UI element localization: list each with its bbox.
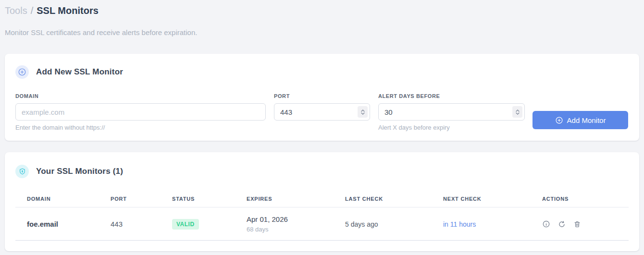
breadcrumb-separator: / xyxy=(31,5,34,16)
monitor-next-check: in 11 hours xyxy=(432,207,531,241)
monitors-list-card: Your SSL Monitors (1) DOMAIN PORT STATUS… xyxy=(5,152,639,251)
add-monitor-card: Add New SSL Monitor DOMAIN Enter the dom… xyxy=(5,54,639,141)
submit-column: Add Monitor xyxy=(533,111,629,129)
port-field-group: PORT xyxy=(274,93,370,121)
trash-icon xyxy=(573,220,581,228)
info-icon xyxy=(542,220,550,228)
add-monitor-form: DOMAIN Enter the domain without https://… xyxy=(15,93,629,132)
monitor-expires-cell: Apr 01, 2026 68 days xyxy=(235,207,334,241)
plus-circle-icon xyxy=(15,65,29,79)
alert-days-label: ALERT DAYS BEFORE xyxy=(378,93,525,99)
monitor-port: 443 xyxy=(99,207,161,241)
breadcrumb: Tools/SSL Monitors xyxy=(5,4,639,17)
page-subtitle: Monitor SSL certificates and receive ale… xyxy=(5,28,639,37)
monitors-card-header: Your SSL Monitors (1) xyxy=(15,165,629,178)
domain-helper-text: Enter the domain without https:// xyxy=(15,124,266,132)
expires-days-remaining: 68 days xyxy=(247,225,322,233)
add-monitor-title: Add New SSL Monitor xyxy=(36,67,123,77)
refresh-icon xyxy=(558,220,566,228)
expires-date: Apr 01, 2026 xyxy=(247,215,322,224)
breadcrumb-tools-link[interactable]: Tools xyxy=(5,5,27,16)
monitors-card-title: Your SSL Monitors (1) xyxy=(36,167,123,176)
alert-days-input-wrap xyxy=(378,103,525,121)
monitors-table: DOMAIN PORT STATUS EXPIRES LAST CHECK NE… xyxy=(15,190,629,241)
monitor-status-cell: VALID xyxy=(161,207,235,241)
column-header-port: PORT xyxy=(99,190,161,207)
column-header-expires: EXPIRES xyxy=(235,190,334,207)
port-stepper[interactable] xyxy=(358,106,368,118)
column-header-next-check: NEXT CHECK xyxy=(432,190,531,207)
domain-input-wrap xyxy=(15,103,266,121)
page-title: SSL Monitors xyxy=(37,5,99,16)
chevron-up-icon xyxy=(361,109,365,112)
status-badge: VALID xyxy=(172,219,199,230)
port-input-wrap xyxy=(274,103,370,121)
domain-label: DOMAIN xyxy=(15,93,266,99)
add-monitor-button-label: Add Monitor xyxy=(567,116,606,124)
row-actions xyxy=(542,220,617,228)
add-monitor-button[interactable]: Add Monitor xyxy=(533,111,628,129)
shield-lock-icon xyxy=(15,165,29,178)
alert-days-input[interactable] xyxy=(378,103,525,121)
table-row: foe.email 443 VALID Apr 01, 2026 68 days… xyxy=(15,207,629,241)
alert-days-helper-text: Alert X days before expiry xyxy=(378,124,525,132)
port-label: PORT xyxy=(274,93,370,99)
alert-days-field-group: ALERT DAYS BEFORE Alert X days before ex… xyxy=(378,93,525,132)
info-button[interactable] xyxy=(542,220,550,228)
alert-days-stepper[interactable] xyxy=(512,106,522,118)
table-header-row: DOMAIN PORT STATUS EXPIRES LAST CHECK NE… xyxy=(15,190,629,207)
domain-field-group: DOMAIN Enter the domain without https:// xyxy=(15,93,266,132)
column-header-actions: ACTIONS xyxy=(531,190,629,207)
chevron-up-icon xyxy=(516,109,520,112)
port-input[interactable] xyxy=(274,103,370,121)
chevron-down-icon xyxy=(516,112,520,115)
monitor-actions-cell xyxy=(531,207,629,241)
monitor-domain: foe.email xyxy=(15,207,99,241)
column-header-domain: DOMAIN xyxy=(15,190,99,207)
column-header-last-check: LAST CHECK xyxy=(334,190,432,207)
plus-circle-icon xyxy=(555,116,563,124)
refresh-button[interactable] xyxy=(558,220,566,228)
add-monitor-card-header: Add New SSL Monitor xyxy=(15,65,629,79)
chevron-down-icon xyxy=(361,112,365,115)
ssl-monitors-page: Tools/SSL Monitors Monitor SSL certifica… xyxy=(0,0,644,251)
delete-button[interactable] xyxy=(573,220,581,228)
domain-input[interactable] xyxy=(15,103,266,121)
monitor-last-check: 5 days ago xyxy=(334,207,432,241)
column-header-status: STATUS xyxy=(161,190,235,207)
